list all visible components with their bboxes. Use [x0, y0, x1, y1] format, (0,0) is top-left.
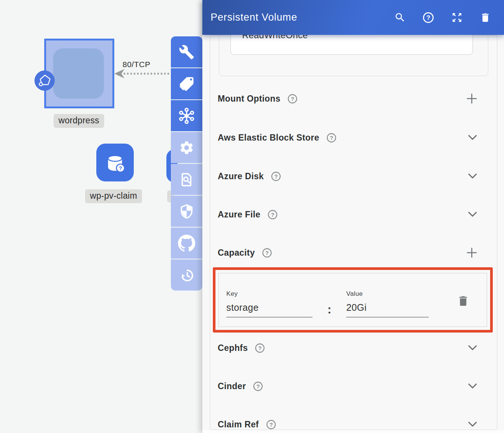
section-label: Aws Elastic Block Store	[218, 133, 319, 143]
value-label: Value	[346, 290, 429, 298]
section-capacity: Capacity ?	[218, 245, 497, 261]
svg-text:?: ?	[265, 249, 269, 256]
help-icon: ?	[422, 12, 434, 24]
svg-text:?: ?	[258, 345, 262, 351]
history-button[interactable]	[171, 259, 202, 291]
document-search-button[interactable]	[171, 164, 202, 195]
key-label: Key	[226, 290, 313, 298]
panel-header-actions: ?	[394, 12, 491, 24]
section-azure-disk: Azure Disk ?	[218, 168, 497, 184]
search-button[interactable]	[394, 12, 406, 24]
svg-text:?: ?	[256, 383, 260, 389]
help-icon[interactable]: ?	[326, 132, 337, 143]
section-label: Azure File	[218, 210, 260, 220]
collapse-button[interactable]	[468, 173, 477, 179]
hub-icon	[178, 107, 195, 124]
collapse-button[interactable]	[468, 211, 477, 217]
expand-button[interactable]	[451, 12, 463, 24]
help-icon[interactable]: ?	[287, 93, 298, 104]
shield-button[interactable]	[171, 196, 202, 227]
add-button[interactable]	[466, 93, 477, 104]
help-icon[interactable]: ?	[271, 171, 281, 182]
section-label: Capacity	[218, 248, 255, 258]
pod-badge-icon	[34, 70, 55, 91]
add-button[interactable]	[466, 247, 477, 258]
collapse-button[interactable]	[468, 383, 477, 389]
tag-icon	[178, 76, 195, 92]
form-card: ReadWriteOnce Mount Options ? Aws Elasti…	[210, 35, 497, 430]
delete-entry-button[interactable]	[457, 294, 470, 309]
canvas-toolbar	[171, 36, 202, 291]
shield-icon	[179, 204, 194, 219]
key-value-separator: :	[313, 303, 346, 316]
node-label-wordpress: wordpress	[54, 114, 104, 128]
svg-text:?: ?	[274, 173, 278, 179]
history-icon	[178, 267, 195, 283]
svg-text:?: ?	[291, 95, 294, 102]
help-icon[interactable]: ?	[253, 381, 263, 392]
svg-text:?: ?	[330, 134, 333, 141]
section-label: Cephfs	[218, 343, 248, 353]
delete-button[interactable]	[479, 12, 491, 24]
capacity-value-field: Value	[346, 290, 429, 318]
panel-bottom-edge	[202, 430, 504, 433]
collapse-button[interactable]	[468, 135, 477, 141]
trash-icon	[457, 294, 470, 308]
collapse-button[interactable]	[468, 345, 477, 351]
github-button[interactable]	[171, 228, 202, 259]
hub-button[interactable]	[171, 100, 202, 131]
help-icon[interactable]: ?	[266, 419, 277, 430]
trash-icon	[480, 12, 491, 24]
help-icon[interactable]: ?	[254, 343, 265, 354]
gear-icon	[179, 140, 194, 156]
help-button[interactable]: ?	[422, 12, 434, 24]
svg-text:?: ?	[119, 165, 122, 171]
section-label: Azure Disk	[218, 171, 264, 181]
edge-line	[124, 73, 171, 75]
section-mount-options: Mount Options ?	[218, 91, 497, 106]
section-label: Claim Ref	[218, 420, 259, 430]
section-label: Mount Options	[218, 94, 280, 104]
section-label: Cinder	[218, 381, 246, 391]
svg-text:?: ?	[269, 421, 273, 427]
section-cinder: Cinder ?	[218, 378, 497, 394]
search-icon	[394, 12, 406, 23]
svg-text:?: ?	[426, 14, 431, 21]
document-search-icon	[178, 171, 195, 188]
edge-port-label: 80/TCP	[123, 60, 150, 69]
panel-title: Persistent Volume	[211, 12, 297, 23]
expand-icon	[451, 12, 463, 23]
help-icon[interactable]: ?	[262, 247, 272, 258]
capacity-entry-card: Key : Value	[218, 273, 487, 327]
svg-text:?: ?	[271, 211, 274, 217]
wrench-icon	[179, 44, 194, 60]
tag-button[interactable]	[171, 68, 202, 99]
collapse-button[interactable]	[468, 421, 477, 427]
annotation-highlight-box: Key : Value	[213, 267, 493, 333]
section-aws-ebs: Aws Elastic Block Store ?	[218, 130, 497, 145]
section-cephfs: Cephfs ?	[218, 340, 497, 356]
capacity-key-input[interactable]	[226, 302, 313, 318]
capacity-key-field: Key	[226, 290, 313, 318]
node-label-wp-pv-claim: wp-pv-claim	[85, 189, 142, 203]
help-icon[interactable]: ?	[267, 209, 278, 220]
persistent-volume-panel: ReadWriteOnce Mount Options ? Aws Elasti…	[202, 0, 504, 433]
node-wordpress[interactable]	[44, 39, 114, 108]
gear-button[interactable]	[171, 132, 202, 163]
panel-header: Persistent Volume ?	[202, 0, 504, 35]
wordpress-inner-shape	[53, 48, 104, 99]
edge-arrowhead-icon	[114, 69, 125, 80]
section-azure-file: Azure File ?	[218, 207, 497, 222]
capacity-value-input[interactable]	[346, 302, 429, 318]
wrench-button[interactable]	[171, 36, 202, 67]
github-icon	[178, 235, 195, 252]
database-icon: ?	[103, 152, 127, 175]
node-wp-pv-claim[interactable]: ?	[96, 144, 134, 181]
